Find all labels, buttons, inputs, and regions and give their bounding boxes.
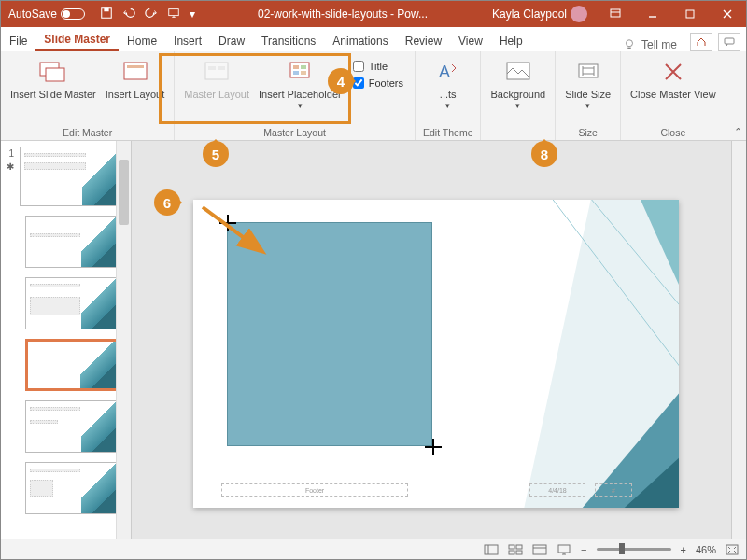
user-name: Kayla Claypool	[492, 7, 567, 21]
svg-rect-21	[579, 64, 598, 77]
group-size: Slide Size ▾ Size	[556, 51, 621, 140]
layout-thumbnail[interactable]	[25, 462, 116, 514]
qat-dropdown-icon[interactable]: ▾	[190, 7, 195, 21]
btn-label: Insert Placeholder	[259, 89, 342, 100]
btn-label: Background	[490, 89, 545, 100]
placeholder-checkboxes: Title Footers	[349, 55, 407, 94]
tell-me[interactable]: Tell me	[623, 38, 684, 51]
callout-4: 4	[328, 68, 354, 94]
svg-rect-30	[509, 551, 514, 554]
save-icon[interactable]	[100, 7, 113, 22]
tab-transitions[interactable]: Transitions	[253, 30, 324, 51]
btn-label: Insert Slide Master	[10, 89, 96, 100]
btn-label: Insert Layout	[106, 89, 165, 100]
comments-button[interactable]	[718, 33, 740, 51]
group-master-layout: Master Layout Insert Placeholder ▾ Title…	[175, 51, 416, 140]
svg-text:A: A	[439, 63, 450, 81]
tab-insert[interactable]: Insert	[165, 30, 210, 51]
layout-thumbnail-selected[interactable]	[25, 339, 116, 391]
slide-number-placeholder[interactable]: #	[595, 483, 632, 497]
callout-8: 8	[531, 141, 557, 167]
toggle-off-icon	[61, 8, 85, 20]
zoom-slider[interactable]	[597, 548, 671, 551]
avatar-icon	[571, 6, 587, 22]
slide-canvas[interactable]: Footer 4/4/18 #	[132, 141, 731, 539]
group-label: Edit Master	[63, 125, 112, 138]
group-label: Master Layout	[263, 125, 326, 138]
footer-placeholder[interactable]: Footer	[221, 483, 408, 497]
group-label: Size	[578, 125, 597, 138]
normal-view-icon[interactable]	[484, 544, 499, 555]
close-master-view-button[interactable]: Close Master View	[628, 55, 718, 102]
btn-label: ...ts	[440, 89, 457, 100]
tab-animations[interactable]: Animations	[324, 30, 396, 51]
svg-rect-13	[218, 66, 225, 70]
tab-review[interactable]: Review	[397, 30, 450, 51]
fit-window-icon[interactable]	[726, 544, 739, 555]
autosave-label: AutoSave	[8, 7, 57, 21]
reading-view-icon[interactable]	[532, 544, 547, 555]
tab-help[interactable]: Help	[491, 30, 531, 51]
share-button[interactable]	[690, 33, 712, 51]
svg-rect-10	[127, 65, 144, 68]
start-slideshow-icon[interactable]	[167, 7, 180, 22]
svg-rect-29	[516, 545, 522, 549]
canvas-scrollbar[interactable]	[731, 141, 746, 539]
collapse-ribbon-icon[interactable]: ⌃	[734, 126, 742, 138]
tab-file[interactable]: File	[1, 30, 35, 51]
placeholder-icon	[285, 57, 315, 87]
chk-label: Title	[369, 61, 388, 72]
layout-thumbnail[interactable]	[25, 400, 116, 453]
theme-graphic	[483, 200, 679, 508]
svg-rect-9	[124, 63, 147, 79]
tab-view[interactable]: View	[450, 30, 491, 51]
maximize-button[interactable]	[671, 1, 709, 27]
insert-layout-button[interactable]: Insert Layout	[104, 55, 167, 102]
zoom-in-button[interactable]: +	[681, 544, 686, 555]
drag-arrow-icon	[197, 202, 281, 267]
tab-draw[interactable]: Draw	[210, 30, 253, 51]
svg-rect-8	[46, 68, 64, 81]
sorter-view-icon[interactable]	[508, 544, 523, 555]
svg-rect-31	[516, 551, 522, 554]
undo-icon[interactable]	[122, 7, 135, 22]
title-checkbox[interactable]: Title	[353, 61, 403, 72]
master-layout-button: Master Layout	[182, 55, 251, 102]
callout-6: 6	[154, 189, 180, 216]
layout-thumbnail[interactable]	[25, 216, 116, 268]
tell-me-label: Tell me	[641, 38, 677, 51]
redo-icon[interactable]	[145, 7, 158, 22]
group-edit-theme: A ...ts ▾ Edit Theme	[416, 51, 482, 140]
zoom-level[interactable]: 46%	[696, 544, 716, 555]
autosave-toggle[interactable]: AutoSave	[1, 7, 92, 21]
svg-rect-2	[169, 8, 179, 15]
slide-size-button[interactable]: Slide Size ▾	[563, 55, 613, 113]
svg-line-26	[203, 207, 261, 250]
thumbnail-panel: 1 ✱	[1, 141, 132, 539]
close-button[interactable]	[709, 1, 746, 27]
svg-rect-16	[301, 65, 306, 69]
group-background: Background ▾	[481, 51, 556, 140]
ribbon-options-icon[interactable]	[597, 1, 634, 27]
svg-rect-18	[301, 71, 306, 75]
svg-rect-32	[533, 545, 546, 554]
insert-slide-master-button[interactable]: Insert Slide Master	[8, 55, 98, 102]
master-layout-icon	[202, 57, 232, 87]
user-account[interactable]: Kayla Claypool	[483, 6, 597, 22]
zoom-out-button[interactable]: −	[581, 544, 586, 555]
background-button[interactable]: Background ▾	[488, 55, 547, 113]
tab-home[interactable]: Home	[119, 30, 165, 51]
tab-slide-master[interactable]: Slide Master	[35, 28, 119, 51]
slideshow-view-icon[interactable]	[557, 544, 571, 555]
titlebar: AutoSave ▾ 02-work-with-slide-layouts - …	[1, 1, 746, 27]
bulb-icon	[623, 38, 636, 51]
master-thumbnail[interactable]	[20, 147, 116, 206]
layout-thumbnail[interactable]	[25, 277, 116, 329]
fonts-icon: A	[433, 57, 463, 87]
quick-access-toolbar: ▾	[92, 7, 203, 22]
fonts-button[interactable]: A ...ts ▾	[431, 55, 465, 113]
date-placeholder[interactable]: 4/4/18	[529, 483, 585, 497]
slide-master-icon	[38, 57, 68, 87]
minimize-button[interactable]	[634, 1, 671, 27]
thumbnail-scrollbar[interactable]	[116, 141, 131, 539]
